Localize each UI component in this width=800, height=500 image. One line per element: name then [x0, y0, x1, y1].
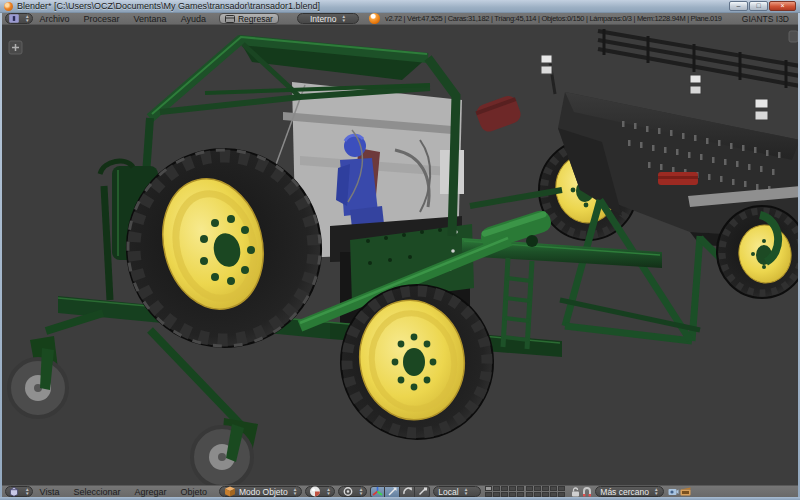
- menu-archivo[interactable]: Archivo: [33, 14, 77, 24]
- viewport-shading-select[interactable]: ▲▼: [305, 486, 335, 497]
- opengl-render-button[interactable]: [668, 486, 680, 497]
- screen-layout-icon: [225, 15, 235, 23]
- menu-objeto[interactable]: Objeto: [173, 487, 214, 497]
- menu-ventana[interactable]: Ventana: [127, 14, 174, 24]
- transform-orientation-select[interactable]: Local ▲▼: [433, 486, 481, 497]
- view3d-header: ▲▼ Vista Seleccionar Agregar Objeto Modo…: [2, 485, 798, 497]
- snap-toggle-button[interactable]: [581, 486, 593, 497]
- giants-addon-label: GIANTS I3D: [742, 14, 789, 24]
- menu-procesar[interactable]: Procesar: [77, 14, 127, 24]
- translate-arrow-icon: [387, 486, 398, 497]
- back-to-previous-button[interactable]: Regresar: [219, 13, 279, 24]
- editor-type-selector-3dview[interactable]: ▲▼: [5, 486, 33, 497]
- 3d-viewport-editor-icon: [8, 486, 20, 497]
- lock-icon: [571, 487, 580, 497]
- blender-app-icon: [4, 2, 13, 11]
- title-bar[interactable]: Blender* [C:\Users\OCZ\Documents\My Game…: [0, 0, 800, 13]
- pivot-center-select[interactable]: ▲▼: [338, 486, 368, 497]
- object-mode-cube-icon: [224, 486, 236, 497]
- window-border-left: [0, 13, 2, 500]
- scale-handle-icon: [417, 486, 428, 497]
- 3d-viewport[interactable]: [2, 25, 798, 485]
- translate-manipulator-button[interactable]: [385, 486, 400, 498]
- menu-ayuda[interactable]: Ayuda: [174, 14, 213, 24]
- rear-wheel-right: [717, 206, 798, 298]
- rotate-arc-icon: [402, 486, 413, 497]
- scale-manipulator-button[interactable]: [415, 486, 430, 498]
- editor-selector-arrows: ▲▼: [25, 15, 30, 22]
- viewport-scene[interactable]: [2, 25, 798, 485]
- manipulator-buttons: [370, 486, 430, 498]
- render-camera-icon: [668, 487, 679, 496]
- axis-manipulator-icon: [372, 486, 383, 497]
- rotate-manipulator-button[interactable]: [400, 486, 415, 498]
- clapperboard-icon: [680, 487, 691, 496]
- scene-statistics: v2.72 | Vért:47,525 | Caras:31,182 | Trí…: [385, 14, 722, 23]
- info-editor-icon: [8, 13, 20, 24]
- minimize-button[interactable]: –: [729, 1, 748, 11]
- window-title: Blender* [C:\Users\OCZ\Documents\My Game…: [17, 1, 320, 11]
- restore-button[interactable]: □: [749, 1, 768, 11]
- menu-seleccionar[interactable]: Seleccionar: [66, 487, 127, 497]
- mode-select[interactable]: Modo Objeto ▲▼: [219, 486, 302, 497]
- blender-window: Blender* [C:\Users\OCZ\Documents\My Game…: [0, 0, 800, 500]
- engine-select-arrows: ▲▼: [341, 15, 346, 22]
- blender-logo-icon: [369, 13, 380, 24]
- layers-group-1[interactable]: [485, 486, 524, 497]
- magnet-icon: [582, 487, 592, 497]
- render-engine-select[interactable]: Interno ▲▼: [297, 13, 359, 24]
- region-corner-widget[interactable]: [789, 31, 798, 42]
- caption-buttons: – □ ×: [729, 1, 796, 11]
- menu-agregar[interactable]: Agregar: [127, 487, 173, 497]
- editor-type-selector[interactable]: ▲▼: [5, 13, 33, 24]
- menu-vista[interactable]: Vista: [33, 487, 67, 497]
- shading-sphere-icon: [309, 486, 321, 497]
- layers-group-2[interactable]: [526, 486, 565, 497]
- manipulator-toggle-button[interactable]: [370, 486, 385, 498]
- region-split-plus-icon[interactable]: [9, 41, 22, 54]
- snap-target-select[interactable]: Más cercano ▲▼: [595, 486, 663, 497]
- info-header: ▲▼ Archivo Procesar Ventana Ayuda Regres…: [2, 13, 798, 25]
- pivot-point-icon: [342, 486, 354, 497]
- scene-lock-button[interactable]: [569, 486, 581, 497]
- opengl-render-anim-button[interactable]: [680, 486, 692, 497]
- close-button[interactable]: ×: [769, 1, 796, 11]
